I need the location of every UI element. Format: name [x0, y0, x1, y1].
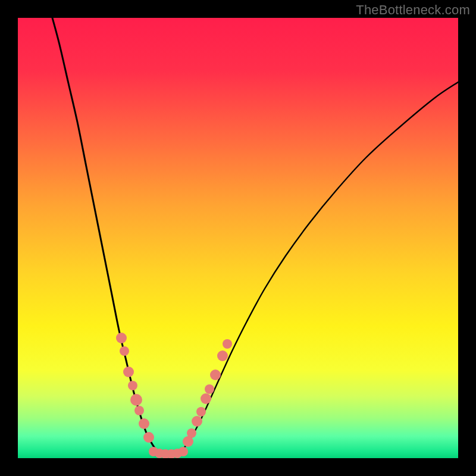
- marker-right: [187, 428, 196, 438]
- marker-right: [196, 407, 206, 416]
- marker-left: [123, 367, 134, 377]
- plot-area: [18, 18, 458, 458]
- marker-left: [143, 432, 154, 443]
- marker-bottom: [178, 447, 188, 456]
- marker-right: [217, 350, 228, 361]
- marker-left: [134, 406, 144, 415]
- marker-left: [130, 394, 142, 406]
- marker-right: [205, 384, 214, 394]
- marker-right: [192, 416, 202, 427]
- marker-left: [139, 418, 149, 429]
- watermark-text: TheBottleneck.com: [356, 2, 470, 18]
- marker-left: [120, 346, 129, 356]
- marker-right: [201, 393, 211, 404]
- chart-svg: [18, 18, 458, 458]
- marker-left: [128, 381, 137, 390]
- gradient-background: [18, 18, 458, 458]
- marker-right: [223, 339, 232, 349]
- marker-right: [210, 369, 221, 380]
- marker-left: [116, 333, 127, 343]
- chart-container: TheBottleneck.com: [0, 0, 476, 476]
